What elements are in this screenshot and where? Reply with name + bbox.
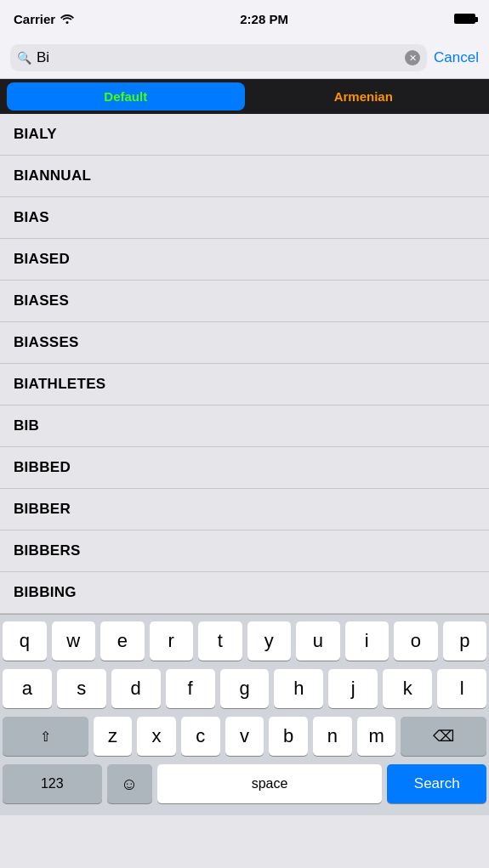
list-item[interactable]: BIBBER (0, 489, 489, 530)
key-b[interactable]: b (269, 717, 308, 756)
status-time: 2:28 PM (240, 12, 288, 26)
list-item[interactable]: BIBBERS (0, 530, 489, 572)
key-f[interactable]: f (166, 669, 215, 708)
segment-control: Default Armenian (0, 79, 489, 114)
key-u[interactable]: u (296, 621, 340, 661)
list-item[interactable]: BIALY (0, 114, 489, 156)
key-y[interactable]: y (247, 621, 292, 661)
key-x[interactable]: x (137, 717, 176, 756)
key-n[interactable]: n (313, 717, 352, 756)
emoji-key[interactable]: ☺ (107, 764, 152, 803)
space-key[interactable]: space (157, 764, 383, 803)
wifi-icon (60, 14, 74, 24)
list-item[interactable]: BIATHLETES (0, 364, 489, 406)
key-l[interactable]: l (437, 669, 486, 708)
keyboard-row-4: 123 ☺ space Search (3, 764, 486, 803)
search-key[interactable]: Search (387, 764, 486, 803)
key-i[interactable]: i (345, 621, 389, 661)
list-item[interactable]: BIBBED (0, 447, 489, 489)
list-item[interactable]: BIANNUAL (0, 156, 489, 197)
search-input[interactable] (37, 49, 400, 66)
key-t[interactable]: t (198, 621, 242, 661)
shift-key[interactable]: ⇧ (3, 717, 88, 756)
list-item[interactable]: BIB (0, 406, 489, 447)
status-bar: Carrier 2:28 PM (0, 0, 489, 37)
key-e[interactable]: e (100, 621, 145, 661)
numbers-key[interactable]: 123 (3, 764, 102, 803)
cancel-button[interactable]: Cancel (434, 49, 479, 66)
keyboard: qwertyuiop asdfghjkl ⇧zxcvbnm⌫ 123 ☺ spa… (0, 614, 489, 815)
search-input-wrapper[interactable]: 🔍 ✕ (10, 44, 427, 71)
keyboard-row-3: ⇧zxcvbnm⌫ (3, 717, 486, 756)
key-g[interactable]: g (220, 669, 270, 708)
carrier-label: Carrier (14, 12, 55, 26)
key-m[interactable]: m (357, 717, 396, 756)
key-c[interactable]: c (181, 717, 220, 756)
key-a[interactable]: a (3, 669, 52, 708)
key-z[interactable]: z (94, 717, 133, 756)
key-o[interactable]: o (394, 621, 438, 661)
key-q[interactable]: q (3, 621, 47, 661)
list-item[interactable]: BIASED (0, 239, 489, 281)
list-item[interactable]: BIASSES (0, 322, 489, 364)
carrier-info: Carrier (14, 12, 74, 26)
list-item[interactable]: BIAS (0, 197, 489, 239)
segment-default[interactable]: Default (7, 82, 245, 111)
clear-button[interactable]: ✕ (405, 50, 420, 65)
delete-key[interactable]: ⌫ (401, 717, 486, 756)
key-r[interactable]: r (150, 621, 194, 661)
status-right (454, 14, 475, 24)
svg-point-0 (66, 21, 69, 24)
search-icon: 🔍 (17, 51, 31, 65)
key-k[interactable]: k (383, 669, 432, 708)
keyboard-row-2: asdfghjkl (3, 669, 486, 708)
list-item[interactable]: BIASES (0, 281, 489, 322)
key-d[interactable]: d (111, 669, 161, 708)
keyboard-row-1: qwertyuiop (3, 621, 486, 661)
word-list: BIALYBIANNUALBIASBIASEDBIASESBIASSESBIAT… (0, 114, 489, 614)
search-bar: 🔍 ✕ Cancel (0, 37, 489, 79)
key-p[interactable]: p (443, 621, 487, 661)
key-w[interactable]: w (52, 621, 96, 661)
segment-armenian[interactable]: Armenian (245, 82, 483, 111)
key-v[interactable]: v (225, 717, 264, 756)
key-j[interactable]: j (328, 669, 378, 708)
delete-icon: ⌫ (433, 727, 454, 746)
list-item[interactable]: BIBBING (0, 572, 489, 614)
battery-icon (454, 14, 475, 24)
key-s[interactable]: s (57, 669, 106, 708)
key-h[interactable]: h (274, 669, 323, 708)
